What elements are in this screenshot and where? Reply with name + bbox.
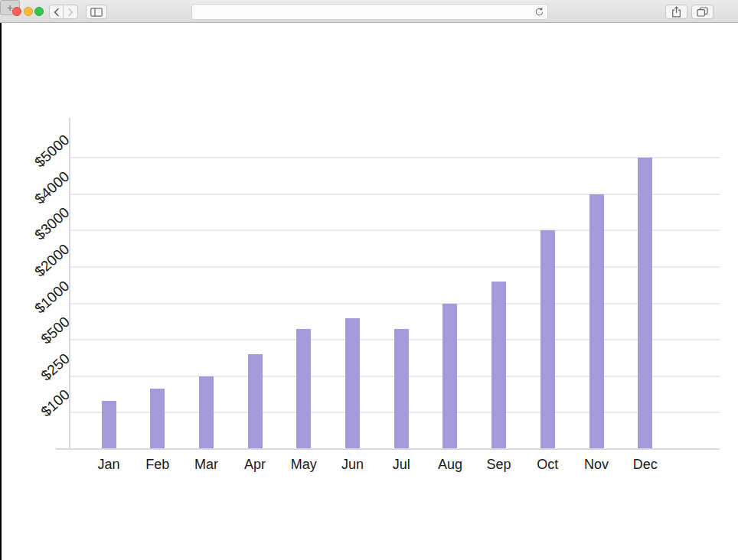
url-input[interactable]: [192, 5, 531, 19]
x-axis-label-apr: Apr: [230, 457, 279, 473]
sidebar-toggle-button[interactable]: [86, 5, 107, 19]
x-axis-label-feb: Feb: [133, 457, 182, 473]
x-axis-label-mar: Mar: [181, 457, 230, 473]
traffic-light-minimize-button[interactable]: [24, 7, 33, 16]
x-axis-label-sep: Sep: [475, 457, 524, 473]
y-axis-line: [69, 118, 70, 449]
back-chevron-icon: [54, 8, 60, 17]
reload-icon: [534, 7, 544, 17]
y-axis-label-5000: $5000: [32, 132, 73, 171]
browser-toolbar: +: [0, 0, 738, 23]
y-axis-label-100: $100: [38, 387, 73, 420]
x-axis-label-oct: Oct: [523, 457, 572, 473]
bar-jan: [102, 401, 116, 450]
y-axis-label-3000: $3000: [32, 205, 73, 243]
x-axis-label-dec: Dec: [621, 457, 670, 473]
traffic-light-zoom-button[interactable]: [34, 7, 44, 16]
gridline-3000: [70, 230, 720, 231]
x-axis-label-jun: Jun: [328, 457, 377, 473]
y-axis-label-1000: $1000: [32, 278, 73, 316]
history-nav-group: [49, 5, 78, 19]
bar-nov: [589, 194, 604, 449]
bar-jul: [394, 329, 409, 449]
y-axis-label-4000: $4000: [32, 168, 73, 207]
y-axis-label-2000: $2000: [32, 241, 73, 279]
x-axis-label-jan: Jan: [84, 457, 133, 473]
bar-feb: [150, 389, 165, 449]
address-bar: [191, 4, 548, 20]
x-axis-label-may: May: [279, 457, 328, 473]
bar-may: [296, 329, 311, 449]
gridline-2000: [70, 266, 720, 268]
forward-chevron-icon: [67, 8, 73, 17]
bar-sep: [491, 282, 506, 449]
y-axis-label-250: $250: [38, 350, 73, 383]
x-axis-label-jul: Jul: [377, 457, 426, 473]
x-axis-label-aug: Aug: [426, 457, 475, 473]
back-button[interactable]: [50, 5, 64, 18]
x-axis-label-nov: Nov: [572, 457, 621, 473]
bar-dec: [638, 158, 652, 449]
reload-button[interactable]: [531, 5, 547, 19]
gridline-4000: [70, 194, 720, 195]
tabs-overview-icon: [697, 7, 708, 17]
page-content: $100$250$500$1000$2000$3000$4000$5000Jan…: [0, 23, 738, 560]
bar-oct: [540, 230, 555, 449]
x-axis-line: [56, 448, 720, 450]
page-left-border: [0, 23, 2, 560]
revenue-bar-chart: $100$250$500$1000$2000$3000$4000$5000Jan…: [0, 23, 738, 560]
bar-apr: [248, 354, 263, 449]
bar-aug: [442, 304, 457, 450]
share-icon: [671, 6, 681, 18]
tabs-overview-button[interactable]: [691, 5, 714, 19]
gridline-1000: [70, 303, 720, 304]
bar-mar: [199, 376, 214, 449]
gridline-5000: [70, 157, 720, 158]
forward-button[interactable]: [64, 5, 77, 18]
y-axis-label-500: $500: [38, 314, 73, 347]
traffic-light-close-button[interactable]: [12, 7, 21, 16]
bar-jun: [345, 318, 360, 449]
share-button[interactable]: [665, 5, 687, 19]
sidebar-icon: [90, 8, 103, 17]
